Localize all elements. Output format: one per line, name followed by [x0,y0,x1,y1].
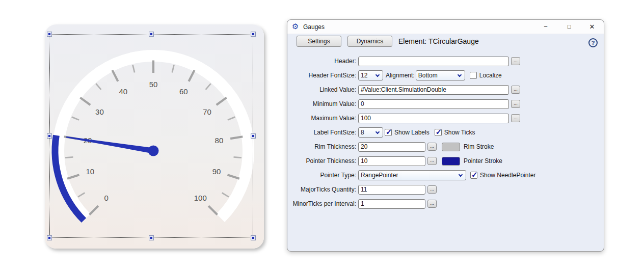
pointer-thickness-label: Pointer Thickness: [287,157,358,165]
maximum-value-ellipsis-button[interactable]: ... [511,114,520,122]
show-labels-checkbox-label: Show Labels [394,129,430,136]
minimize-button[interactable]: − [537,20,554,34]
rim-thickness-label: Rim Thickness: [287,143,358,150]
show-ticks-checkbox-label: Show Ticks [444,129,475,136]
rim-stroke-label: Rim Stroke [464,143,494,150]
minorticks-interval-label: MinorTicks per Interval: [287,200,358,207]
help-icon[interactable]: ? [588,38,598,47]
chevron-down-icon [457,72,461,76]
selection-handle-bottom-center[interactable] [149,235,154,240]
selection-handle-top-center[interactable] [149,32,154,37]
minimum-value-ellipsis-button[interactable]: ... [511,100,520,108]
localize-checkbox[interactable] [470,72,477,79]
chevron-down-icon [375,72,380,76]
label-fontsize-select[interactable]: 8 [358,127,383,138]
minorticks-ellipsis-button[interactable]: ... [427,200,437,208]
show-labels-checkbox[interactable] [385,129,392,136]
selection-handle-middle-left[interactable] [47,133,52,139]
gear-icon: ⚙ [292,22,299,31]
close-button[interactable]: ✕ [583,20,601,34]
pointer-thickness-input[interactable] [358,156,425,166]
linked-value-input[interactable] [358,85,509,95]
show-needlepointer-checkbox[interactable] [470,172,477,179]
alignment-label: Alignment: [386,72,415,79]
minorticks-interval-input[interactable] [358,199,425,209]
linked-value-label: Linked Value: [287,86,358,93]
majorticks-quantity-label: MajorTicks Quantity: [287,186,358,193]
majorticks-ellipsis-button[interactable]: ... [427,185,437,194]
label-fontsize-label: Label FontSize: [287,129,358,136]
show-ticks-checkbox[interactable] [435,129,442,136]
linked-value-ellipsis-button[interactable]: ... [511,86,520,94]
settings-button[interactable]: Settings [297,36,341,47]
minimum-value-label: Minimum Value: [287,100,358,107]
dynamics-button[interactable]: Dynamics [347,36,392,47]
element-type-label: Element: TCircularGauge [398,37,479,45]
chevron-down-icon [459,172,463,176]
show-needlepointer-checkbox-label: Show NeedlePointer [480,172,535,179]
dialog-titlebar[interactable]: ⚙ Gauges − □ ✕ [287,20,604,34]
dialog-title: Gauges [303,23,325,31]
pointer-thickness-ellipsis-button[interactable]: ... [427,157,437,165]
header-ellipsis-button[interactable]: ... [511,57,520,65]
selection-handle-bottom-left[interactable] [47,235,52,240]
selection-handle-top-right[interactable] [251,32,256,37]
rim-thickness-input[interactable] [358,142,425,152]
rim-thickness-ellipsis-button[interactable]: ... [427,143,437,151]
maximum-value-input[interactable] [358,114,509,123]
header-fontsize-select[interactable]: 12 [358,70,383,80]
pointer-stroke-swatch[interactable] [442,157,460,166]
gauges-dialog: ⚙ Gauges − □ ✕ Settings Dynamics Element… [287,19,604,252]
selection-handle-bottom-right[interactable] [251,235,256,240]
header-fontsize-label: Header FontSize: [287,72,358,79]
maximize-button[interactable]: □ [560,20,578,34]
pointer-type-label: Pointer Type: [287,172,358,179]
header-input[interactable] [358,57,509,66]
gauge-widget-panel[interactable]: 0102030405060708090100 [45,24,264,249]
selection-handle-top-left[interactable] [47,32,52,37]
rim-stroke-swatch[interactable] [442,143,460,151]
majorticks-quantity-input[interactable] [358,185,425,195]
minimum-value-input[interactable] [358,99,509,109]
localize-checkbox-label: Localize [479,72,502,79]
pointer-type-select[interactable]: RangePointer [358,170,466,180]
maximum-value-label: Maximum Value: [287,115,358,122]
chevron-down-icon [375,129,380,133]
alignment-select[interactable]: Bottom [416,70,465,80]
selection-handle-middle-right[interactable] [251,133,256,139]
selection-border [49,34,253,238]
header-label: Header: [287,58,358,65]
pointer-stroke-label: Pointer Stroke [464,157,502,165]
